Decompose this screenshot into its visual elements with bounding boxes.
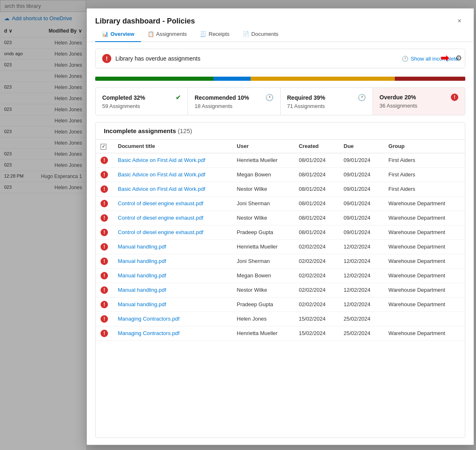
column-header-Created: Created: [294, 140, 339, 153]
close-button[interactable]: ×: [454, 15, 465, 27]
user-cell: Nestor Wilke: [232, 211, 294, 225]
due-cell: 09/01/2024: [339, 211, 384, 225]
doc-link[interactable]: Manual handling.pdf: [118, 272, 166, 279]
user-cell: Henrietta Mueller: [232, 326, 294, 340]
table-row: ! Manual handling.pdf Joni Sherman 02/02…: [96, 254, 465, 268]
red-arrow: ➡: [441, 52, 449, 64]
doc-title-cell: Basic Advice on First Aid at Work.pdf: [113, 182, 232, 196]
due-cell: 12/02/2024: [339, 254, 384, 268]
due-cell: 25/02/2024: [339, 326, 384, 340]
doc-title-cell: Control of diesel engine exhaust.pdf: [113, 196, 232, 211]
created-cell: 02/02/2024: [294, 268, 339, 283]
table-row: ! Control of diesel engine exhaust.pdf N…: [96, 211, 465, 225]
due-cell: 25/02/2024: [339, 312, 384, 326]
incomplete-count: (125): [178, 127, 192, 134]
row-icon-cell: !: [96, 254, 113, 268]
stat-card-required: Required 39% 🕐 71 Assignments: [281, 88, 373, 115]
stat-count: 59 Assignments: [102, 103, 181, 109]
tab-documents[interactable]: 📄Documents: [236, 27, 285, 42]
created-cell: 02/02/2024: [294, 239, 339, 254]
table-row: ! Manual handling.pdf Pradeep Gupta 02/0…: [96, 297, 465, 312]
created-cell: 08/01/2024: [294, 153, 339, 167]
due-cell: 12/02/2024: [339, 297, 384, 312]
row-icon-cell: !: [96, 196, 113, 211]
settings-button[interactable]: ⚙: [452, 52, 465, 65]
group-cell: Warehouse Department: [384, 268, 465, 283]
doc-link[interactable]: Manual handling.pdf: [118, 287, 166, 293]
created-cell: 08/01/2024: [294, 167, 339, 182]
doc-link[interactable]: Manual handling.pdf: [118, 244, 166, 250]
row-icon-cell: !: [96, 225, 113, 239]
due-cell: 09/01/2024: [339, 153, 384, 167]
tab-icon-documents: 📄: [243, 31, 249, 37]
doc-link[interactable]: Control of diesel engine exhaust.pdf: [118, 229, 203, 235]
alert-overdue-icon: !: [102, 54, 111, 63]
row-icon-cell: !: [96, 326, 113, 340]
group-cell: Warehouse Department: [384, 283, 465, 297]
stat-overdue-icon: !: [451, 94, 458, 101]
doc-title-cell: Manual handling.pdf: [113, 283, 232, 297]
doc-link[interactable]: Control of diesel engine exhaust.pdf: [118, 215, 203, 221]
group-cell: Warehouse Department: [384, 297, 465, 312]
tab-assignments[interactable]: 📋Assignments: [141, 27, 193, 42]
created-cell: 15/02/2024: [294, 326, 339, 340]
created-cell: 02/02/2024: [294, 254, 339, 268]
doc-link[interactable]: Managing Contractors.pdf: [118, 330, 180, 336]
overdue-row-icon: !: [101, 214, 108, 222]
stat-card-completed: Completed 32% ✔ 59 Assignments: [96, 88, 188, 115]
column-header-Document title: Document title: [113, 140, 232, 153]
created-cell: 08/01/2024: [294, 182, 339, 196]
stat-card-recommended: Recommended 10% 🕐 18 Assignments: [188, 88, 280, 115]
stat-icon: 🕐: [358, 94, 366, 101]
overdue-row-icon: !: [101, 171, 108, 178]
stat-title: Completed 32%: [102, 94, 145, 101]
created-cell: 08/01/2024: [294, 211, 339, 225]
doc-link[interactable]: Managing Contractors.pdf: [118, 316, 180, 322]
table-row: ! Manual handling.pdf Henrietta Mueller …: [96, 239, 465, 254]
overdue-row-icon: !: [101, 229, 108, 236]
doc-link[interactable]: Manual handling.pdf: [118, 301, 166, 307]
overdue-row-icon: !: [101, 272, 108, 279]
table-row: ! Manual handling.pdf Megan Bowen 02/02/…: [96, 268, 465, 283]
doc-link[interactable]: Control of diesel engine exhaust.pdf: [118, 200, 203, 206]
user-cell: Henrietta Mueller: [232, 153, 294, 167]
alert-text: Library has overdue assignments: [115, 55, 200, 62]
overdue-row-icon: !: [101, 157, 108, 164]
stat-title: Overdue 20%: [380, 94, 416, 101]
column-header-checkbox[interactable]: ✓: [96, 140, 113, 153]
table-row: ! Basic Advice on First Aid at Work.pdf …: [96, 167, 465, 182]
incomplete-header: Incomplete assignments (125): [96, 122, 465, 140]
tab-label: Overview: [110, 31, 134, 37]
doc-title-cell: Control of diesel engine exhaust.pdf: [113, 225, 232, 239]
created-cell: 02/02/2024: [294, 283, 339, 297]
column-header-Group: Group: [384, 140, 465, 153]
doc-title-cell: Managing Contractors.pdf: [113, 312, 232, 326]
row-icon-cell: !: [96, 312, 113, 326]
due-cell: 12/02/2024: [339, 268, 384, 283]
stat-icon: ✔: [176, 94, 181, 101]
doc-link[interactable]: Basic Advice on First Aid at Work.pdf: [118, 157, 205, 163]
tab-receipts[interactable]: 🧾Receipts: [193, 27, 236, 42]
select-all-checkbox[interactable]: ✓: [101, 144, 106, 150]
row-icon-cell: !: [96, 283, 113, 297]
row-icon-cell: !: [96, 268, 113, 283]
tab-overview[interactable]: 📊Overview: [95, 27, 141, 42]
overdue-row-icon: !: [101, 330, 108, 337]
doc-link[interactable]: Basic Advice on First Aid at Work.pdf: [118, 171, 205, 178]
doc-link[interactable]: Manual handling.pdf: [118, 258, 166, 264]
group-cell: Warehouse Department: [384, 211, 465, 225]
assignments-table-container[interactable]: ✓Document titleUserCreatedDueGroup ! Bas…: [96, 140, 465, 438]
row-icon-cell: !: [96, 239, 113, 254]
user-cell: Henrietta Mueller: [232, 239, 294, 254]
table-row: ! Managing Contractors.pdf Helen Jones 1…: [96, 312, 465, 326]
row-icon-cell: !: [96, 297, 113, 312]
created-cell: 15/02/2024: [294, 312, 339, 326]
table-row: ! Manual handling.pdf Nestor Wilke 02/02…: [96, 283, 465, 297]
assignments-table: ✓Document titleUserCreatedDueGroup ! Bas…: [96, 140, 465, 341]
doc-link[interactable]: Basic Advice on First Aid at Work.pdf: [118, 186, 205, 192]
user-cell: Helen Jones: [232, 312, 294, 326]
tab-label: Receipts: [209, 31, 230, 37]
table-row: ! Control of diesel engine exhaust.pdf P…: [96, 225, 465, 239]
doc-title-cell: Manual handling.pdf: [113, 297, 232, 312]
column-header-Due: Due: [339, 140, 384, 153]
